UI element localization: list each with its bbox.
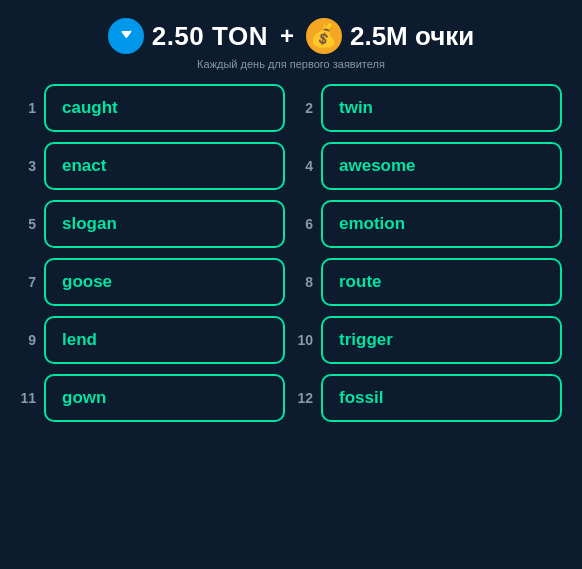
item-number-10: 10 bbox=[297, 332, 313, 348]
points-amount: 2.5M очки bbox=[350, 21, 474, 52]
item-number-3: 3 bbox=[20, 158, 36, 174]
word-item-5: 5slogan bbox=[20, 200, 285, 248]
ton-amount: 2.50 TON bbox=[152, 21, 268, 52]
coin-icon: 💰 bbox=[306, 18, 342, 54]
plus-sign: + bbox=[280, 22, 294, 50]
word-box-10[interactable]: trigger bbox=[321, 316, 562, 364]
word-box-8[interactable]: route bbox=[321, 258, 562, 306]
word-box-9[interactable]: lend bbox=[44, 316, 285, 364]
word-item-8: 8route bbox=[297, 258, 562, 306]
item-number-4: 4 bbox=[297, 158, 313, 174]
item-number-1: 1 bbox=[20, 100, 36, 116]
item-number-2: 2 bbox=[297, 100, 313, 116]
word-box-4[interactable]: awesome bbox=[321, 142, 562, 190]
word-box-11[interactable]: gown bbox=[44, 374, 285, 422]
word-item-4: 4awesome bbox=[297, 142, 562, 190]
ton-icon bbox=[108, 18, 144, 54]
word-box-5[interactable]: slogan bbox=[44, 200, 285, 248]
word-box-12[interactable]: fossil bbox=[321, 374, 562, 422]
word-box-2[interactable]: twin bbox=[321, 84, 562, 132]
item-number-6: 6 bbox=[297, 216, 313, 232]
word-item-6: 6emotion bbox=[297, 200, 562, 248]
word-item-12: 12fossil bbox=[297, 374, 562, 422]
item-number-11: 11 bbox=[20, 390, 36, 406]
word-item-1: 1caught bbox=[20, 84, 285, 132]
word-box-6[interactable]: emotion bbox=[321, 200, 562, 248]
item-number-9: 9 bbox=[20, 332, 36, 348]
word-item-3: 3enact bbox=[20, 142, 285, 190]
item-number-5: 5 bbox=[20, 216, 36, 232]
item-number-8: 8 bbox=[297, 274, 313, 290]
item-number-7: 7 bbox=[20, 274, 36, 290]
word-item-7: 7goose bbox=[20, 258, 285, 306]
word-item-9: 9lend bbox=[20, 316, 285, 364]
word-box-3[interactable]: enact bbox=[44, 142, 285, 190]
word-item-10: 10trigger bbox=[297, 316, 562, 364]
subtitle: Каждый день для первого заявителя bbox=[197, 58, 385, 70]
word-box-7[interactable]: goose bbox=[44, 258, 285, 306]
header: 2.50 TON + 💰 2.5M очки bbox=[98, 0, 485, 58]
word-box-1[interactable]: caught bbox=[44, 84, 285, 132]
item-number-12: 12 bbox=[297, 390, 313, 406]
word-item-2: 2twin bbox=[297, 84, 562, 132]
word-grid: 1caught2twin3enact4awesome5slogan6emotio… bbox=[0, 84, 582, 422]
word-item-11: 11gown bbox=[20, 374, 285, 422]
